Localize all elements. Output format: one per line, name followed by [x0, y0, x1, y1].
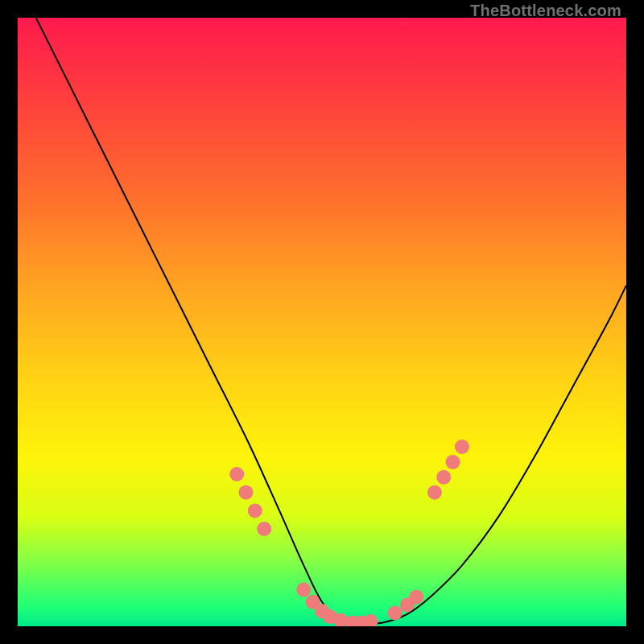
watermark-label: TheBottleneck.com — [470, 2, 621, 20]
curve-marker — [248, 503, 262, 518]
curve-marker — [239, 485, 254, 500]
curve-marker — [455, 440, 469, 454]
curve-marker — [229, 467, 244, 481]
curve-marker — [364, 614, 378, 626]
curve-marker — [388, 605, 402, 620]
curve-marker — [427, 485, 442, 500]
chart-svg — [18, 18, 626, 626]
chart-root: TheBottleneck.com — [0, 0, 644, 644]
curve-marker — [296, 583, 311, 597]
curve-marker — [257, 522, 271, 536]
curve-marker — [409, 590, 423, 605]
curve-marker — [446, 455, 460, 469]
curve-marker — [436, 470, 451, 485]
plot-area — [18, 18, 626, 626]
curve-markers — [229, 440, 469, 626]
performance-curve — [36, 18, 626, 624]
